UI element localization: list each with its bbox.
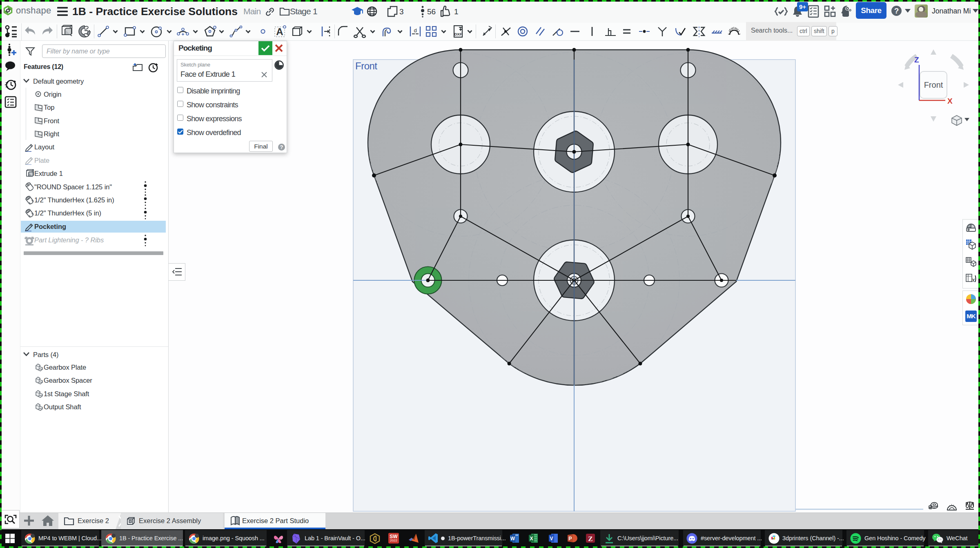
svg-text:X: X	[947, 97, 953, 105]
svg-text:d: d	[414, 27, 416, 33]
svg-text:Z: Z	[588, 535, 592, 543]
svg-text:P: P	[568, 536, 572, 541]
svg-text:V: V	[550, 536, 553, 541]
svg-text:Z: Z	[914, 55, 919, 64]
svg-text:DXF: DXF	[454, 32, 462, 36]
svg-text:Front: Front	[355, 60, 377, 71]
svg-text:x: x	[971, 276, 975, 284]
svg-text:W: W	[510, 536, 515, 541]
svg-text:A: A	[276, 26, 283, 37]
svg-text:X: X	[530, 536, 533, 541]
